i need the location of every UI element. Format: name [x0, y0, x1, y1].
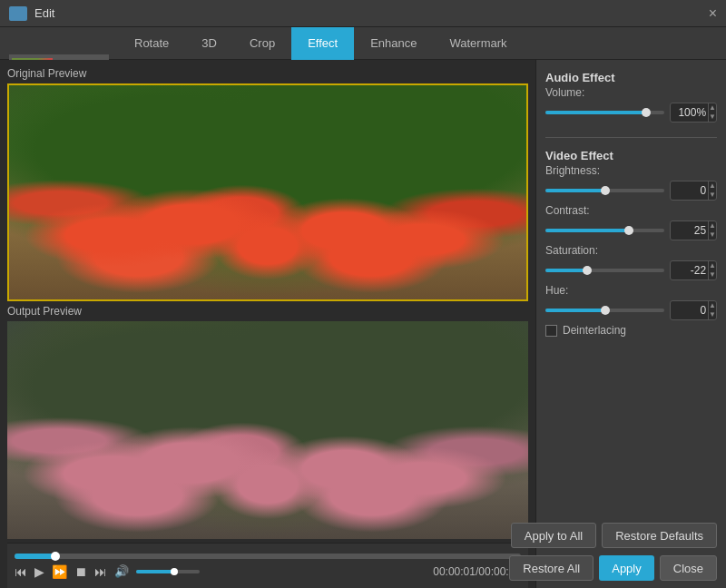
window-title: Edit [34, 6, 54, 20]
brightness-down-arrow[interactable]: ▼ [709, 191, 716, 200]
tab-bar: Rotate 3D Crop Effect Enhance Watermark [0, 27, 726, 60]
original-video-frame [7, 83, 528, 301]
output-preview-label: Output Preview [7, 305, 528, 318]
skip-back-button[interactable]: ⏮ [15, 565, 27, 578]
saturation-label: Saturation: [545, 244, 717, 257]
contrast-label: Contrast: [545, 204, 717, 217]
volume-slider[interactable] [136, 570, 200, 573]
hue-arrows: ▲ ▼ [708, 301, 716, 319]
saturation-control: Saturation: -22 ▲ ▼ [545, 244, 717, 280]
title-bar: Edit × [0, 0, 726, 27]
audio-effect-section: Audio Effect Volume: 100% ▲ ▼ [545, 71, 717, 126]
original-video-content [9, 85, 526, 299]
skip-forward-button[interactable]: ⏭ [94, 565, 107, 578]
brightness-up-arrow[interactable]: ▲ [709, 181, 716, 191]
saturation-down-arrow[interactable]: ▼ [709, 270, 716, 279]
saturation-value: -22 [671, 264, 708, 277]
original-preview-section: Original Preview [7, 67, 528, 301]
saturation-up-arrow[interactable]: ▲ [709, 261, 716, 270]
tab-bar-container: pexels-mang-... Rotate 3D Crop Effect En… [0, 27, 726, 60]
close-button[interactable]: Close [660, 555, 717, 581]
restore-defaults-button[interactable]: Restore Defaults [602, 523, 717, 548]
volume-value-box: 100% ▲ ▼ [670, 103, 717, 122]
apply-to-all-button[interactable]: Apply to All [511, 523, 596, 548]
title-bar-left: Edit [9, 6, 54, 21]
output-video-frame [7, 321, 528, 539]
hue-label: Hue: [545, 284, 717, 297]
tab-rotate[interactable]: Rotate [118, 27, 185, 60]
brightness-fill [545, 189, 605, 192]
close-window-button[interactable]: × [709, 6, 717, 21]
time-display: 00:00:01/00:00:18 [433, 565, 521, 578]
divider-1 [545, 137, 717, 138]
original-preview-label: Original Preview [7, 67, 528, 80]
tab-effect[interactable]: Effect [291, 27, 354, 60]
hue-down-arrow[interactable]: ▼ [709, 310, 716, 319]
brightness-control: Brightness: 0 ▲ ▼ [545, 164, 717, 201]
output-preview-section: Output Preview [7, 305, 528, 539]
volume-slider-row: 100% ▲ ▼ [545, 103, 717, 122]
volume-label: Volume: [545, 86, 717, 99]
fast-forward-button[interactable]: ⏩ [52, 565, 67, 578]
brightness-value: 0 [671, 184, 708, 197]
hue-value: 0 [671, 304, 708, 317]
hue-fill [545, 309, 605, 312]
progress-thumb[interactable] [51, 552, 60, 561]
volume-down-arrow[interactable]: ▼ [709, 113, 716, 122]
hue-slider-row: 0 ▲ ▼ [545, 300, 717, 320]
contrast-control: Contrast: 25 ▲ ▼ [545, 204, 717, 240]
hue-slider[interactable] [545, 309, 664, 312]
contrast-up-arrow[interactable]: ▲ [709, 221, 716, 230]
output-video-content [7, 321, 528, 539]
deinterlacing-label: Deinterlacing [563, 324, 626, 337]
brightness-thumb[interactable] [601, 186, 610, 195]
volume-control: Volume: 100% ▲ ▼ [545, 86, 717, 122]
saturation-fill [545, 269, 587, 272]
tab-crop[interactable]: Crop [233, 27, 291, 60]
restore-all-button[interactable]: Restore All [509, 555, 594, 581]
saturation-thumb[interactable] [583, 266, 592, 275]
contrast-down-arrow[interactable]: ▼ [709, 230, 716, 240]
brightness-arrows: ▲ ▼ [708, 181, 716, 200]
bottom-buttons-main: Restore All Apply Close [509, 555, 717, 581]
volume-icon: 🔊 [114, 564, 129, 578]
right-panel: Audio Effect Volume: 100% ▲ ▼ [535, 60, 726, 588]
saturation-value-box: -22 ▲ ▼ [670, 260, 717, 280]
left-panel: Original Preview Output Preview ⏮ ▶ ⏩ [0, 60, 535, 588]
tab-3d[interactable]: 3D [185, 27, 233, 60]
brightness-value-box: 0 ▲ ▼ [670, 181, 717, 201]
contrast-arrows: ▲ ▼ [708, 221, 716, 240]
contrast-thumb[interactable] [624, 226, 633, 235]
contrast-slider-row: 25 ▲ ▼ [545, 220, 717, 240]
brightness-slider[interactable] [545, 189, 664, 192]
video-effect-section: Video Effect Brightness: 0 ▲ ▼ [545, 149, 717, 337]
stop-button[interactable]: ⏹ [74, 565, 87, 578]
play-button[interactable]: ▶ [34, 565, 44, 578]
contrast-value: 25 [671, 224, 708, 237]
progress-fill [15, 554, 55, 559]
contrast-slider[interactable] [545, 229, 664, 232]
volume-effect-thumb[interactable] [642, 108, 651, 117]
volume-fill [136, 570, 174, 573]
saturation-arrows: ▲ ▼ [708, 261, 716, 279]
deinterlacing-checkbox[interactable] [545, 325, 557, 337]
apply-button[interactable]: Apply [599, 555, 654, 581]
volume-value: 100% [671, 106, 708, 119]
progress-bar[interactable] [15, 554, 521, 559]
bottom-buttons-top: Apply to All Restore Defaults [511, 523, 717, 548]
volume-up-arrow[interactable]: ▲ [709, 103, 716, 113]
playback-bar: ⏮ ▶ ⏩ ⏹ ⏭ 🔊 00:00:01/00:00:18 [7, 543, 528, 588]
brightness-slider-row: 0 ▲ ▼ [545, 181, 717, 201]
volume-effect-slider[interactable] [545, 111, 664, 114]
hue-thumb[interactable] [601, 306, 610, 315]
saturation-slider[interactable] [545, 269, 664, 272]
tab-watermark[interactable]: Watermark [433, 27, 523, 60]
volume-arrows: ▲ ▼ [708, 103, 716, 122]
hue-control: Hue: 0 ▲ ▼ [545, 284, 717, 320]
hue-value-box: 0 ▲ ▼ [670, 300, 717, 320]
volume-effect-fill [545, 111, 646, 114]
main-content: Original Preview Output Preview ⏮ ▶ ⏩ [0, 60, 726, 588]
volume-thumb[interactable] [171, 568, 178, 575]
hue-up-arrow[interactable]: ▲ [709, 301, 716, 310]
tab-enhance[interactable]: Enhance [354, 27, 433, 60]
